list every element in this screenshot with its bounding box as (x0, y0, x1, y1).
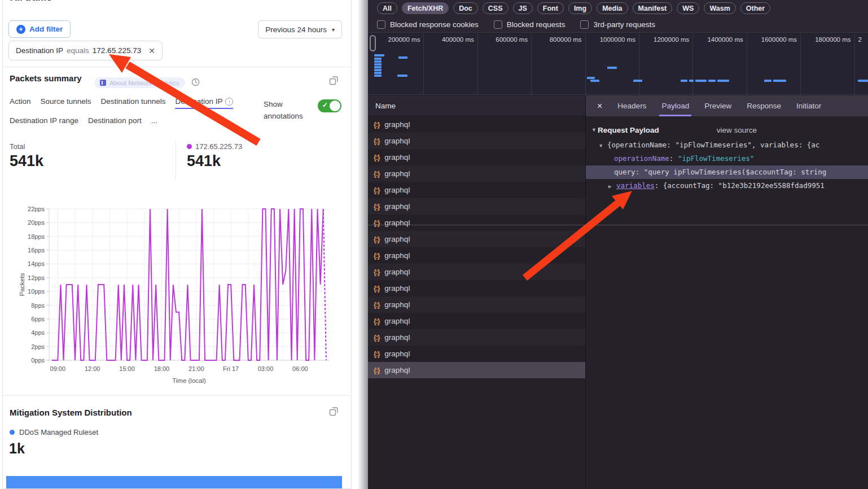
request-row[interactable]: {:}graphql (368, 133, 585, 149)
json-file-icon: {:} (374, 170, 379, 178)
tab-action[interactable]: Action (10, 97, 31, 109)
tab-[interactable]: ... (151, 116, 157, 128)
disclosure-triangle-icon[interactable]: ▶ (608, 180, 616, 193)
request-row[interactable]: {:}graphql (368, 296, 585, 313)
request-timing-bar (374, 72, 382, 74)
devtools-panel: AllFetch/XHRDocCSSJSFontImgMediaManifest… (368, 0, 868, 489)
request-timing-bar (764, 80, 771, 82)
request-row[interactable]: {:}graphql (368, 247, 585, 264)
network-overview-timeline[interactable]: 200000 ms400000 ms600000 ms800000 ms1000… (368, 33, 868, 95)
payload-tree: ▼{operationName: "ipFlowTimeseries", var… (586, 138, 868, 193)
request-timing-bar (607, 67, 617, 69)
request-row[interactable]: {:}graphql (368, 198, 585, 215)
timeline-scroll-handle[interactable] (370, 35, 376, 51)
timeline-tick: 2 (855, 33, 868, 94)
disclosure-triangle-icon[interactable]: ▼ (599, 139, 607, 152)
expand-panel-icon[interactable] (329, 76, 339, 85)
type-filter-css[interactable]: CSS (483, 2, 508, 14)
time-range-dropdown[interactable]: Previous 24 hours ▾ (258, 20, 342, 38)
detail-tab-headers[interactable]: Headers (617, 95, 646, 116)
filter-chip[interactable]: Destination IP equals 172.65.225.73 ✕ (8, 41, 163, 60)
request-row[interactable]: {:}graphql (368, 346, 585, 362)
type-filter-other[interactable]: Other (740, 2, 770, 14)
checkbox-icon (494, 20, 502, 29)
info-icon: i (225, 98, 233, 106)
type-filter-img[interactable]: Img (568, 2, 592, 14)
detail-tab-initiator[interactable]: Initiator (796, 95, 821, 116)
payload-line[interactable]: operationName: "ipFlowTimeseries" (586, 152, 868, 165)
stat-total: Total541k (10, 142, 43, 170)
json-file-icon: {:} (374, 121, 379, 129)
tab-source-tunnels[interactable]: Source tunnels (41, 97, 91, 109)
request-payload-title: Request Payload (598, 126, 659, 134)
request-row[interactable]: {:}graphql (368, 116, 585, 133)
tab-destination-port[interactable]: Destination port (88, 116, 142, 128)
type-filter-manifest[interactable]: Manifest (633, 2, 673, 14)
request-type-filter-bar: AllFetch/XHRDocCSSJSFontImgMediaManifest… (368, 0, 868, 16)
show-annotations-toggle[interactable]: ✓ (318, 99, 341, 112)
request-row[interactable]: {:}graphql (368, 313, 585, 329)
detail-tab-payload[interactable]: Payload (661, 95, 689, 116)
about-badge-label: About Network Analytics (109, 80, 179, 86)
tab-destination-tunnels[interactable]: Destination tunnels (101, 97, 166, 109)
timeline-tick: 1400000 ms (693, 33, 747, 94)
request-row[interactable]: {:}graphql (368, 182, 585, 198)
add-filter-button[interactable]: + Add filter (8, 20, 71, 38)
expand-panel-icon[interactable] (329, 407, 339, 416)
svg-text:09:00: 09:00 (50, 365, 66, 372)
checkbox-3rd-party-requests[interactable]: 3rd-party requests (580, 20, 655, 29)
detail-tab-response[interactable]: Response (747, 95, 781, 116)
type-filter-doc[interactable]: Doc (453, 2, 478, 14)
request-timing-bar (374, 69, 382, 71)
json-file-icon: {:} (374, 137, 379, 145)
type-filter-media[interactable]: Media (597, 2, 628, 14)
remove-filter-icon[interactable]: ✕ (148, 46, 155, 55)
clock-icon (191, 78, 200, 86)
json-file-icon: {:} (374, 219, 379, 227)
checkbox-blocked-requests[interactable]: Blocked requests (494, 20, 565, 29)
about-badge[interactable]: About Network Analytics (94, 77, 185, 88)
request-row[interactable]: {:}graphql (368, 149, 585, 165)
detail-tab-preview[interactable]: Preview (704, 95, 731, 116)
view-source-link[interactable]: view source (717, 126, 757, 134)
stat-value: 541k (187, 152, 242, 170)
checkbox-blocked-response-cookies[interactable]: Blocked response cookies (377, 20, 479, 29)
request-row[interactable]: {:}graphql (368, 329, 585, 346)
json-file-icon: {:} (374, 203, 379, 211)
request-row[interactable]: {:}graphql (368, 264, 585, 280)
request-row[interactable]: {:}graphql (368, 280, 585, 296)
chevron-down-icon: ▾ (332, 27, 335, 33)
timeline-tick: 800000 ms (532, 33, 585, 94)
payload-line[interactable]: query: "query ipFlowTimeseries($accountT… (586, 165, 868, 179)
type-filter-fetch-xhr[interactable]: Fetch/XHR (402, 2, 449, 14)
request-timing-bar (374, 58, 382, 60)
json-file-icon: {:} (374, 317, 379, 325)
tab-destination-ip-range[interactable]: Destination IP range (10, 116, 78, 128)
close-panel-icon[interactable]: × (597, 101, 602, 111)
timeline-tick: 1800000 ms (801, 33, 854, 94)
type-filter-js[interactable]: JS (513, 2, 533, 14)
type-filter-ws[interactable]: WS (677, 2, 699, 14)
dimension-tabs-row1: ActionSource tunnelsDestination tunnelsD… (10, 97, 233, 109)
collapse-triangle-icon[interactable]: ▼ (591, 127, 597, 133)
dimension-tabs-row2: Destination IP rangeDestination port... (10, 116, 157, 128)
json-file-icon: {:} (374, 301, 379, 309)
payload-line[interactable]: ▶variables: {accountTag: "b12e3b2192ee55… (586, 179, 868, 193)
request-row[interactable]: {:}graphql (368, 362, 585, 378)
mitigation-legend-label: DDoS Managed Ruleset (19, 428, 98, 436)
svg-text:18:00: 18:00 (154, 365, 170, 372)
type-filter-all[interactable]: All (377, 2, 397, 14)
request-row[interactable]: {:}graphql (368, 231, 585, 247)
name-column-header[interactable]: Name (368, 95, 585, 116)
toggle-knob (330, 101, 340, 111)
payload-line[interactable]: ▼{operationName: "ipFlowTimeseries", var… (586, 138, 868, 152)
svg-text:4pps: 4pps (31, 329, 45, 336)
request-timing-bar (695, 80, 707, 82)
svg-text:06:00: 06:00 (292, 365, 308, 372)
type-filter-font[interactable]: Font (537, 2, 564, 14)
request-row[interactable]: {:}graphql (368, 165, 585, 182)
tab-destination-ip[interactable]: Destination IPi (175, 97, 233, 109)
type-filter-wasm[interactable]: Wasm (704, 2, 735, 14)
request-row[interactable]: {:}graphql (368, 215, 585, 231)
json-file-icon: {:} (374, 285, 379, 292)
